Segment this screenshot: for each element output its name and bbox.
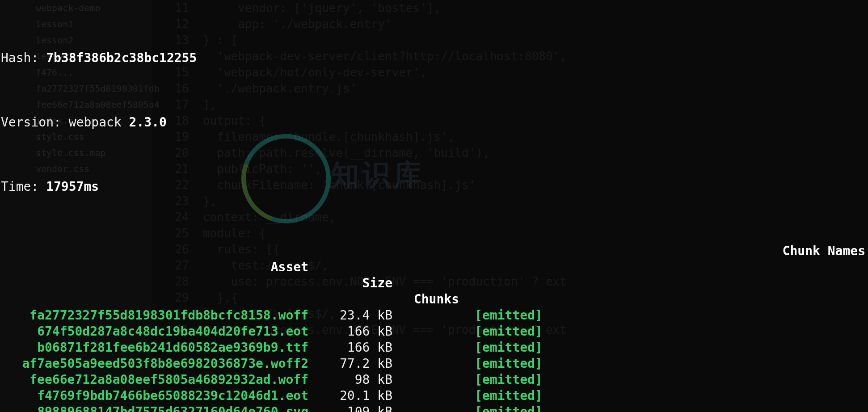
version-line: Version: webpack 2.3.0 — [1, 114, 867, 130]
time-line: Time: 17957ms — [1, 179, 867, 195]
asset-emitted: [emitted] — [475, 340, 546, 356]
hdr-asset: Asset — [1, 259, 308, 275]
asset-emitted: [emitted] — [475, 388, 546, 404]
hash-label: Hash: — [1, 50, 46, 65]
asset-size: 23.4 kB — [317, 307, 392, 324]
hdr-chunks: Chunks — [401, 291, 459, 307]
table-row: fee66e712a8a08eef5805a46892932ad.woff98 … — [1, 372, 867, 388]
asset-size: 109 kB — [317, 404, 392, 412]
hdr-chunk-names: Chunk Names — [783, 243, 865, 259]
table-row: 89889688147bd7575d6327160d64e760.svg109 … — [1, 404, 867, 412]
version-label: Version: webpack — [1, 115, 129, 130]
hash-line: Hash: 7b38f386b2c38bc12255 — [1, 50, 867, 66]
table-row: fa2772327f55d8198301fdb8bcfc8158.woff23.… — [1, 307, 867, 324]
asset-name: fa2772327f55d8198301fdb8bcfc8158.woff — [1, 307, 308, 324]
asset-name: b06871f281fee6b241d60582ae9369b9.ttf — [1, 340, 308, 356]
asset-name: 89889688147bd7575d6327160d64e760.svg — [1, 404, 308, 412]
hdr-size: Size — [317, 275, 392, 291]
table-row: b06871f281fee6b241d60582ae9369b9.ttf166 … — [1, 340, 867, 356]
asset-size: 77.2 kB — [317, 356, 392, 372]
asset-name: fee66e712a8a08eef5805a46892932ad.woff — [1, 372, 308, 388]
asset-emitted: [emitted] — [475, 404, 546, 412]
time-label: Time: — [1, 179, 46, 194]
asset-size: 166 kB — [317, 340, 392, 356]
asset-emitted: [emitted] — [475, 324, 546, 340]
table-header: Asset Size Chunks Chunk Names — [1, 243, 867, 259]
asset-name: 674f50d287a8c48dc19ba404d20fe713.eot — [1, 324, 308, 340]
table-row: 674f50d287a8c48dc19ba404d20fe713.eot166 … — [1, 324, 867, 340]
asset-name: f4769f9bdb7466be65088239c12046d1.eot — [1, 388, 308, 404]
asset-name: af7ae505a9eed503f8b8e6982036873e.woff2 — [1, 356, 308, 372]
asset-emitted: [emitted] — [475, 372, 546, 388]
version-value: 2.3.0 — [129, 115, 167, 130]
hash-value: 7b38f386b2c38bc12255 — [46, 50, 197, 65]
asset-size: 20.1 kB — [317, 388, 392, 404]
asset-size: 166 kB — [317, 324, 392, 340]
asset-emitted: [emitted] — [475, 307, 546, 324]
table-row: f4769f9bdb7466be65088239c12046d1.eot20.1… — [1, 388, 867, 404]
time-value: 17957ms — [46, 179, 99, 194]
terminal-output: Hash: 7b38f386b2c38bc12255 Version: webp… — [0, 0, 868, 412]
table-row: af7ae505a9eed503f8b8e6982036873e.woff277… — [1, 356, 867, 372]
asset-emitted: [emitted] — [475, 356, 546, 372]
asset-size: 98 kB — [317, 372, 392, 388]
